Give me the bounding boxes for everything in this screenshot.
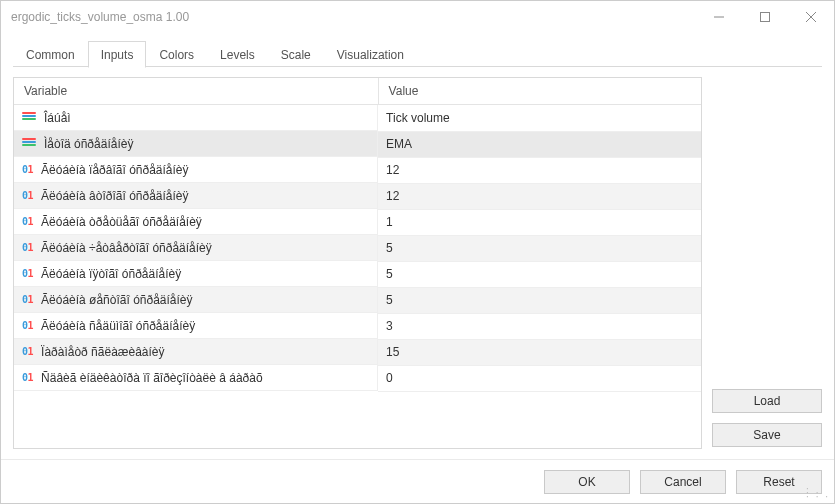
variable-label: Ãëóáèíà âòîðîãî óñðåäíåíèÿ [41,189,188,203]
value-cell[interactable]: 12 [378,183,701,209]
variable-cell[interactable]: 01Ãëóáèíà ÷åòâåðòîãî óñðåäíåíèÿ [14,235,378,261]
variable-label: Ãëóáèíà øåñòîãî óñðåäíåíèÿ [41,293,192,307]
parameters-table: Variable Value ÎáúåìTick volumeÌåòîä óñð… [14,78,701,392]
variable-label: Ãëóáèíà ïåðâîãî óñðåäíåíèÿ [41,163,188,177]
tab-visualization[interactable]: Visualization [324,41,417,67]
cancel-button[interactable]: Cancel [640,470,726,494]
maximize-icon [760,12,770,22]
minimize-button[interactable] [696,1,742,33]
number-icon: 01 [22,190,33,201]
variable-cell[interactable]: 01Ãëóáèíà ïåðâîãî óñðåäíåíèÿ [14,157,378,183]
variable-cell[interactable]: 01Ãëóáèíà òðåòüåãî óñðåäíåíèÿ [14,209,378,235]
tab-scale[interactable]: Scale [268,41,324,67]
inputs-panel: Variable Value ÎáúåìTick volumeÌåòîä óñð… [13,77,822,449]
variable-label: Ãëóáèíà ñåäüìîãî óñðåäíåíèÿ [41,319,195,333]
table-row[interactable]: 01Ïàðàìåòð ñãëàæèâàíèÿ15 [14,339,701,365]
enum-icon [22,138,36,150]
value-cell[interactable]: 5 [378,287,701,313]
number-icon: 01 [22,242,33,253]
tab-colors[interactable]: Colors [146,41,207,67]
variable-label: Ãëóáèíà ïÿòîãî óñðåäíåíèÿ [41,267,181,281]
reset-button[interactable]: Reset [736,470,822,494]
enum-icon [22,112,36,124]
table-row[interactable]: 01Ãëóáèíà øåñòîãî óñðåäíåíèÿ5 [14,287,701,313]
dialog-window: ergodic_ticks_volume_osma 1.00 CommonInp… [0,0,835,504]
window-controls [696,1,834,33]
column-header-variable[interactable]: Variable [14,78,378,105]
table-row[interactable]: Ìåòîä óñðåäíåíèÿEMA [14,131,701,157]
variable-cell[interactable]: 01Ãëóáèíà øåñòîãî óñðåäíåíèÿ [14,287,378,313]
number-icon: 01 [22,164,33,175]
variable-cell[interactable]: 01Ñäâèã èíäèêàòîðà ïî ãîðèçîíòàëè â áàðà… [14,365,378,391]
value-cell[interactable]: 0 [378,365,701,391]
variable-label: Ïàðàìåòð ñãëàæèâàíèÿ [41,345,164,359]
tab-inputs[interactable]: Inputs [88,41,147,68]
variable-label: Ãëóáèíà ÷åòâåðòîãî óñðåäíåíèÿ [41,241,212,255]
variable-cell[interactable]: 01Ãëóáèíà ñåäüìîãî óñðåäíåíèÿ [14,313,378,339]
minimize-icon [714,12,724,22]
dialog-footer: OK Cancel Reset [1,459,834,503]
table-row[interactable]: 01Ñäâèã èíäèêàòîðà ïî ãîðèçîíòàëè â áàðà… [14,365,701,391]
load-button[interactable]: Load [712,389,822,413]
number-icon: 01 [22,268,33,279]
variable-cell[interactable]: 01Ïàðàìåòð ñãëàæèâàíèÿ [14,339,378,365]
value-cell[interactable]: 5 [378,235,701,261]
maximize-button[interactable] [742,1,788,33]
side-buttons: Load Save [712,77,822,449]
table-row[interactable]: 01Ãëóáèíà âòîðîãî óñðåäíåíèÿ12 [14,183,701,209]
number-icon: 01 [22,346,33,357]
client-area: CommonInputsColorsLevelsScaleVisualizati… [1,33,834,459]
table-row[interactable]: 01Ãëóáèíà ïÿòîãî óñðåäíåíèÿ5 [14,261,701,287]
table-row[interactable]: 01Ãëóáèíà òðåòüåãî óñðåäíåíèÿ1 [14,209,701,235]
variable-cell[interactable]: 01Ãëóáèíà ïÿòîãî óñðåäíåíèÿ [14,261,378,287]
variable-cell[interactable]: 01Ãëóáèíà âòîðîãî óñðåäíåíèÿ [14,183,378,209]
value-cell[interactable]: 12 [378,157,701,183]
window-title: ergodic_ticks_volume_osma 1.00 [11,10,696,24]
number-icon: 01 [22,372,33,383]
value-cell[interactable]: 5 [378,261,701,287]
close-icon [806,12,816,22]
parameters-table-wrap: Variable Value ÎáúåìTick volumeÌåòîä óñð… [13,77,702,449]
save-button[interactable]: Save [712,423,822,447]
variable-cell[interactable]: Îáúåì [14,105,378,131]
tab-common[interactable]: Common [13,41,88,67]
table-row[interactable]: 01Ãëóáèíà ÷åòâåðòîãî óñðåäíåíèÿ5 [14,235,701,261]
column-header-value[interactable]: Value [378,78,701,105]
variable-label: Ãëóáèíà òðåòüåãî óñðåäíåíèÿ [41,215,202,229]
ok-button[interactable]: OK [544,470,630,494]
table-row[interactable]: 01Ãëóáèíà ïåðâîãî óñðåäíåíèÿ12 [14,157,701,183]
number-icon: 01 [22,320,33,331]
titlebar[interactable]: ergodic_ticks_volume_osma 1.00 [1,1,834,33]
number-icon: 01 [22,216,33,227]
variable-label: Îáúåì [44,111,71,125]
table-row[interactable]: ÎáúåìTick volume [14,105,701,132]
close-button[interactable] [788,1,834,33]
value-cell[interactable]: EMA [378,131,701,157]
variable-label: Ìåòîä óñðåäíåíèÿ [44,137,133,151]
table-row[interactable]: 01Ãëóáèíà ñåäüìîãî óñðåäíåíèÿ3 [14,313,701,339]
number-icon: 01 [22,294,33,305]
tab-strip: CommonInputsColorsLevelsScaleVisualizati… [13,39,822,67]
svg-rect-1 [761,13,770,22]
value-cell[interactable]: 1 [378,209,701,235]
value-cell[interactable]: 15 [378,339,701,365]
tab-levels[interactable]: Levels [207,41,268,67]
variable-cell[interactable]: Ìåòîä óñðåäíåíèÿ [14,131,378,157]
value-cell[interactable]: 3 [378,313,701,339]
value-cell[interactable]: Tick volume [378,105,701,132]
variable-label: Ñäâèã èíäèêàòîðà ïî ãîðèçîíòàëè â áàðàõ [41,371,263,385]
